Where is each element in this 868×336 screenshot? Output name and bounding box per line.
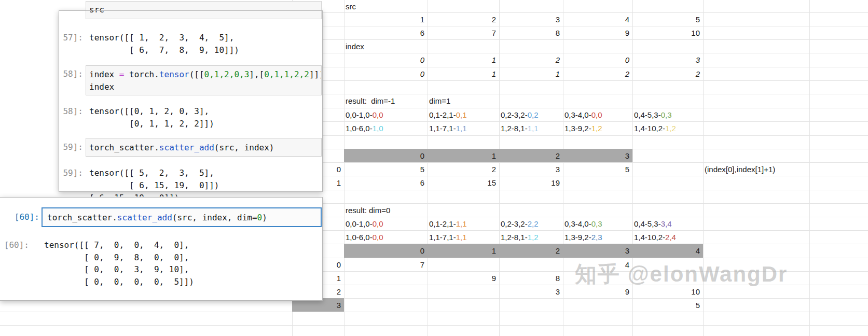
panel-top-border	[59, 10, 323, 11]
col-header[interactable]: 4	[632, 244, 703, 258]
mapping-cell[interactable]: 0,0-1,0-0,0	[344, 108, 428, 121]
index-value[interactable]: 1	[499, 67, 563, 80]
result-value[interactable]: 3	[499, 285, 563, 298]
index-value[interactable]: 0	[344, 67, 428, 80]
code-token: torch_scatter.	[89, 143, 159, 152]
mapping-source: 1,3-9,2-	[564, 233, 591, 241]
index-value[interactable]: 0	[563, 53, 632, 67]
code-token: index	[89, 82, 114, 92]
mapping-dest: 2,3	[591, 233, 602, 241]
src-value[interactable]: 6	[344, 26, 428, 39]
mapping-dest: 1,1	[528, 124, 539, 132]
src-value[interactable]: 1	[344, 12, 428, 26]
output-text: tensor([[0, 1, 2, 0, 3],	[89, 105, 209, 117]
mapping-cell[interactable]: 1,4-10,2-2,4	[632, 230, 703, 244]
mapping-dest: 0,1	[456, 111, 467, 119]
code-token: 0,1,1,2,2	[264, 69, 309, 79]
index-value[interactable]: 0	[344, 53, 428, 67]
index-value[interactable]: 1	[428, 53, 499, 67]
index-value[interactable]: 2	[499, 53, 563, 67]
src-value[interactable]: 8	[499, 26, 563, 39]
result-value[interactable]: 15	[428, 176, 499, 190]
result-value[interactable]: 19	[499, 176, 563, 190]
code-token: torch.	[124, 69, 159, 79]
result-value[interactable]: 3	[499, 162, 563, 176]
input-cell-59[interactable]: torch_scatter.scatter_add(src, index)	[86, 138, 322, 157]
src-value[interactable]: 5	[632, 12, 703, 26]
col-header[interactable]: 1	[428, 244, 499, 258]
mapping-cell[interactable]: 1,0-6,0-0,0	[344, 230, 428, 244]
index-value[interactable]: 3	[632, 53, 703, 67]
code-token: torch_scatter.	[47, 213, 117, 222]
mapping-cell[interactable]: 1,1-7,1-1,1	[428, 230, 499, 244]
mapping-dest: 0,3	[591, 220, 602, 228]
col-header[interactable]: 1	[428, 149, 499, 162]
result-value[interactable]: 9	[428, 271, 499, 285]
prompt-label: 59]:	[58, 141, 83, 153]
mapping-cell[interactable]: 0,1-2,1-1,1	[428, 217, 499, 230]
result-value[interactable]: 2	[428, 162, 499, 176]
mapping-cell[interactable]: 1,3-9,2-2,3	[563, 230, 632, 244]
result-value[interactable]: 7	[344, 258, 428, 271]
mapping-cell[interactable]: 1,2-8,1-1,2	[499, 230, 563, 244]
output-text: [0, 1, 1, 2, 2]])	[89, 118, 214, 130]
src-value[interactable]: 7	[428, 26, 499, 39]
mapping-dest: 1,1	[456, 124, 467, 132]
result-value[interactable]: 5	[344, 162, 428, 176]
mapping-cell[interactable]: 0,0-1,0-0,0	[344, 217, 428, 230]
output-text: [ 0, 0, 3, 9, 10],	[44, 263, 189, 275]
mapping-cell[interactable]: 1,0-6,0-1,0	[344, 121, 428, 135]
col-header[interactable]: 2	[499, 244, 563, 258]
mapping-source: 0,3-4,0-	[564, 220, 591, 228]
src-label[interactable]: src	[344, 0, 428, 12]
mapping-source: 0,2-3,2-	[501, 111, 528, 119]
result-value[interactable]: 10	[632, 285, 703, 298]
result-value[interactable]: 8	[499, 271, 563, 285]
src-value[interactable]: 3	[499, 12, 563, 26]
src-value[interactable]: 2	[428, 12, 499, 26]
index-label[interactable]: index	[344, 39, 428, 53]
result-value[interactable]: 9	[563, 285, 632, 298]
grid-line	[0, 312, 868, 312]
index-value[interactable]: 1	[428, 67, 499, 80]
index-annotation[interactable]: (index[0],index[1]+1)	[703, 162, 809, 176]
result-value[interactable]: 5	[563, 162, 632, 176]
dim1-label[interactable]: dim=1	[428, 94, 499, 108]
mapping-cell[interactable]: 0,2-3,2-2,2	[499, 217, 563, 230]
col-header[interactable]: 0	[344, 149, 428, 162]
code-line: index = torch.tensor([[0,1,2,0,3],[0,1,1…	[89, 68, 322, 80]
mapping-cell[interactable]: 0,1-2,1-0,1	[428, 108, 499, 121]
index-value[interactable]: 2	[563, 67, 632, 80]
mapping-cell[interactable]: 0,3-4,0-0,0	[563, 108, 632, 121]
col-header[interactable]: 0	[344, 244, 428, 258]
src-value[interactable]: 9	[563, 26, 632, 39]
output-text: tensor([[ 5, 2, 3, 5],	[89, 167, 214, 179]
result-value[interactable]: 5	[632, 298, 703, 312]
mapping-source: 1,4-10,2-	[634, 124, 665, 132]
src-value[interactable]: 4	[563, 12, 632, 26]
result-dim0-label[interactable]: result: dim=0	[344, 203, 428, 217]
mapping-cell[interactable]: 0,3-4,0-0,3	[563, 217, 632, 230]
mapping-cell[interactable]: 0,4-5,3-0,3	[632, 108, 703, 121]
mapping-cell[interactable]: 0,2-3,2-0,2	[499, 108, 563, 121]
code-token: ],[	[249, 69, 264, 79]
mapping-dest: 0,3	[661, 111, 672, 119]
code-token: (src, index)	[214, 143, 274, 152]
mapping-cell[interactable]: 1,3-9,2-1,2	[563, 121, 632, 135]
mapping-cell[interactable]: 1,1-7,1-1,1	[428, 121, 499, 135]
index-value[interactable]: 2	[632, 67, 703, 80]
mapping-cell[interactable]: 1,2-8,1-1,1	[499, 121, 563, 135]
cropped-output-text: [ 6, 15, 19, 0]])	[89, 192, 179, 197]
mapping-cell[interactable]: 1,4-10,2-1,2	[632, 121, 703, 135]
mapping-source: 0,4-5,3-	[634, 220, 661, 228]
col-header[interactable]: 3	[563, 149, 632, 162]
input-cell-60[interactable]: torch_scatter.scatter_add(src, index, di…	[42, 207, 322, 227]
result-value[interactable]: 6	[344, 176, 428, 190]
result-dim-neg1-label[interactable]: result: dim=-1	[344, 94, 428, 108]
col-header[interactable]: 2	[499, 149, 563, 162]
src-value[interactable]: 10	[632, 26, 703, 39]
mapping-source: 1,0-6,0-	[346, 233, 373, 241]
input-cell-58[interactable]: index = torch.tensor([[0,1,2,0,3],[0,1,1…	[86, 65, 322, 95]
col-header[interactable]: 3	[563, 244, 632, 258]
mapping-cell[interactable]: 0,4-5,3-3,4	[632, 217, 703, 230]
